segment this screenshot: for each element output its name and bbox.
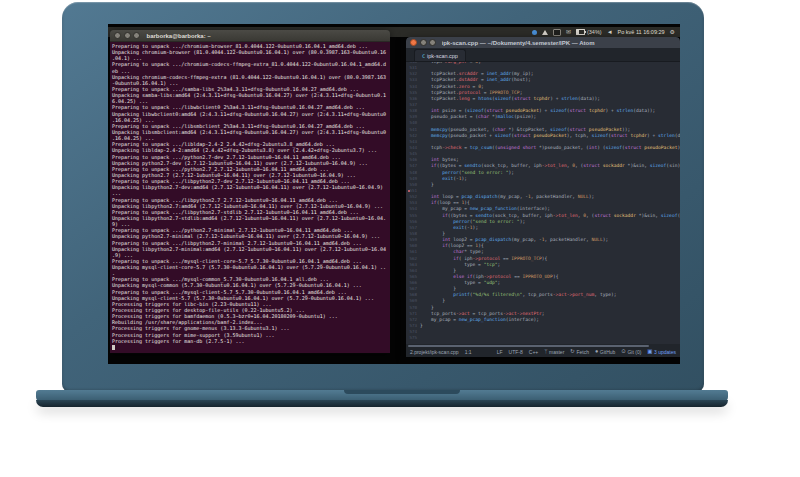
- keyboard-indicator: [553, 29, 561, 36]
- terminal-close-button[interactable]: [114, 32, 121, 39]
- volume-icon: ◄: [607, 29, 613, 35]
- wifi-icon: [542, 30, 548, 35]
- terminal-line: Unpacking python2.7-minimal (2.7.12-1ubu…: [112, 233, 388, 239]
- laptop-screen: ✉(34%)◄Po kvě 11 16:09:29⚙ barborka@barb…: [108, 24, 680, 364]
- mail-icon: ✉: [566, 29, 571, 35]
- laptop-lid: ✉(34%)◄Po kvě 11 16:09:29⚙ barborka@barb…: [62, 2, 704, 392]
- status-item[interactable]: 1:1: [465, 349, 472, 355]
- terminal-line: Unpacking chromium-codecs-ffmpeg-extra (…: [112, 74, 388, 80]
- gear-icon: ⚙: [670, 29, 675, 35]
- status-item-label: GitHub: [600, 349, 616, 355]
- line-number: 575: [406, 335, 420, 341]
- terminal-window[interactable]: barborka@barborka: ~ Preparing to unpack…: [110, 30, 390, 354]
- terminal-maximize-button[interactable]: [133, 32, 140, 39]
- status-right: LFUTF-8C++ᛘmaster↻Fetch●GitHub⊙Git (0)▣3…: [497, 349, 676, 355]
- panel-item[interactable]: [542, 30, 548, 35]
- terminal-line: Unpacking libldap-2.4-2:amd64 (2.4.42+df…: [112, 147, 388, 153]
- status-item[interactable]: 2.projekt/ipk-scan.cpp: [410, 349, 459, 355]
- terminal-line: Unpacking mysql-client-5.7 (5.7.30-0ubun…: [112, 295, 388, 301]
- terminal-cursor: [112, 345, 115, 350]
- terminal-line: Unpacking libpython2.7-minimal:amd64 (2.…: [112, 246, 388, 252]
- terminal-line: Unpacking mysql-common (5.7.30-0ubuntu0.…: [112, 282, 388, 288]
- editor-maximize-button[interactable]: [429, 39, 436, 46]
- editor-minimize-button[interactable]: [420, 39, 427, 46]
- panel-item[interactable]: ✉: [566, 29, 571, 35]
- package-icon: ▣: [647, 349, 652, 355]
- status-item[interactable]: ▣3 updates: [647, 349, 676, 355]
- terminal-line: Unpacking mysql-client-core-5.7 (5.7.30-…: [112, 264, 388, 270]
- scrollbar-thumb[interactable]: [408, 345, 649, 347]
- status-item-label: 2.projekt/ipk-scan.cpp: [410, 349, 459, 355]
- terminal-output[interactable]: Preparing to unpack .../chromium-browser…: [110, 42, 390, 353]
- editor-close-button[interactable]: [410, 39, 417, 46]
- status-item[interactable]: ⊙Git (0): [621, 349, 641, 355]
- panel-item[interactable]: ◄: [607, 29, 613, 35]
- tab-label: ipk-scan.cpp: [427, 53, 458, 59]
- github-icon: ●: [595, 349, 598, 355]
- panel-item-label: (34%): [587, 29, 602, 35]
- horizontal-scrollbar[interactable]: [406, 344, 680, 347]
- terminal-line: Unpacking libpython2.7:amd64 (2.7.12-1ub…: [112, 203, 388, 209]
- status-item[interactable]: ↻Fetch: [570, 349, 589, 355]
- status-item-label: LF: [497, 349, 503, 355]
- status-item-label: 1:1: [465, 349, 472, 355]
- git-diff-marker: [408, 190, 410, 192]
- laptop-mockup: ✉(34%)◄Po kvě 11 16:09:29⚙ barborka@barb…: [0, 0, 800, 477]
- sync-icon: ↻: [570, 349, 575, 355]
- terminal-line: Unpacking python2.7-dev (2.7.12-1ubuntu0…: [112, 160, 388, 166]
- status-item[interactable]: ●GitHub: [595, 349, 615, 355]
- terminal-line: Preparing to unpack .../mysql-client-5.7…: [112, 289, 388, 295]
- status-item[interactable]: ᛘmaster: [544, 349, 564, 355]
- panel-item[interactable]: ⚙: [670, 29, 675, 35]
- status-item-label: 3 updates: [654, 349, 676, 355]
- git-branch-icon: ᛘ: [544, 349, 547, 355]
- tab-ipk-scan-cpp[interactable]: C ipk-scan.cpp: [414, 49, 466, 61]
- terminal-line: Preparing to unpack .../libpython2.7-min…: [112, 240, 388, 246]
- status-item[interactable]: LF: [497, 349, 503, 355]
- status-item-label: UTF-8: [509, 349, 523, 355]
- laptop-base-edge: [36, 400, 728, 407]
- battery-icon: [576, 29, 585, 35]
- terminal-line: Unpacking libwbclient0:amd64 (2:4.3.11+d…: [112, 111, 388, 117]
- terminal-line: Unpacking libpython2.7-dev:amd64 (2.7.12…: [112, 184, 388, 190]
- terminal-titlebar[interactable]: barborka@barborka: ~: [110, 30, 390, 42]
- panel-item[interactable]: [553, 29, 561, 36]
- status-item-label: Fetch: [576, 349, 589, 355]
- clock[interactable]: Po kvě 11 16:09:29: [618, 29, 665, 35]
- panel-item[interactable]: [532, 30, 537, 35]
- terminal-line: Unpacking chromium-browser (81.0.4044.12…: [112, 49, 388, 55]
- editor-window[interactable]: ipk-scan.cpp — ~/Dokumenty/4.semester/IP…: [406, 37, 680, 357]
- terminal-line: Preparing to unpack .../chromium-codecs-…: [112, 61, 388, 67]
- code-lines: 530 tcph->urg_ptr = 0;531532 tcpPacket.s…: [406, 62, 680, 341]
- terminal-minimize-button[interactable]: [124, 32, 131, 39]
- terminal-line: Preparing to unpack .../libwbclient0_2%3…: [112, 104, 388, 110]
- status-item-label: C++: [529, 349, 538, 355]
- laptop-base-notch: [344, 390, 460, 394]
- editor-window-title: ipk-scan.cpp — ~/Dokumenty/4.semester/IP…: [442, 40, 595, 46]
- editor-titlebar[interactable]: ipk-scan.cpp — ~/Dokumenty/4.semester/IP…: [406, 37, 680, 48]
- editor-status-bar: 2.projekt/ipk-scan.cpp1:1 LFUTF-8C++ᛘmas…: [406, 347, 680, 357]
- status-item-label: Git (0): [627, 349, 641, 355]
- status-left: 2.projekt/ipk-scan.cpp1:1: [410, 349, 472, 355]
- editor-tab-bar: C ipk-scan.cpp: [406, 48, 680, 62]
- status-item[interactable]: C++: [529, 349, 538, 355]
- code-line: 575: [406, 335, 680, 341]
- panel-item[interactable]: (34%): [576, 29, 602, 35]
- terminal-line: Unpacking libpython2.7-stdlib:amd64 (2.7…: [112, 215, 388, 221]
- app-indicator-icon: [532, 30, 537, 35]
- panel-item-label: Po kvě 11 16:09:29: [618, 29, 665, 35]
- terminal-title: barborka@barborka: ~: [147, 33, 211, 39]
- terminal-line: Unpacking samba-libs:amd64 (2:4.3.11+dfs…: [112, 92, 388, 98]
- code-editor[interactable]: 530 tcph->urg_ptr = 0;531532 tcpPacket.s…: [406, 62, 680, 344]
- status-item[interactable]: UTF-8: [509, 349, 523, 355]
- status-item-label: master: [549, 349, 564, 355]
- cpp-file-icon: C: [422, 53, 425, 59]
- git-commit-icon: ⊙: [621, 349, 626, 355]
